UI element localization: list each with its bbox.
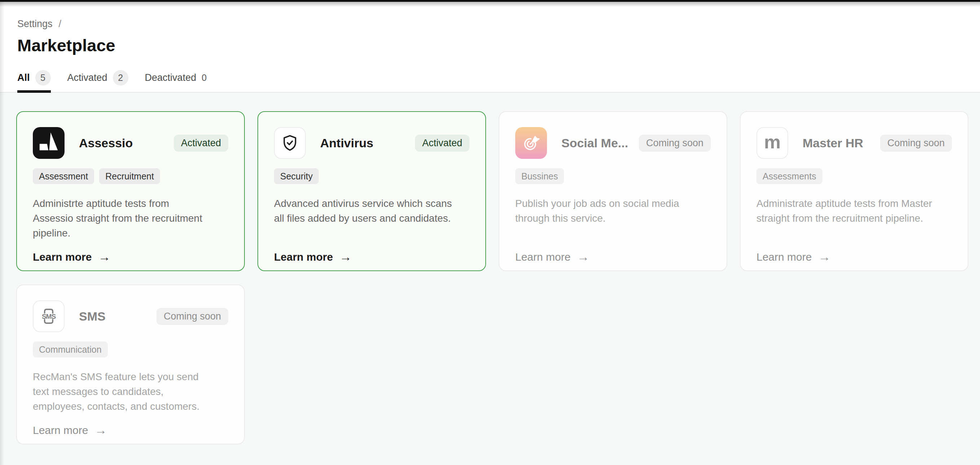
breadcrumb: Settings / xyxy=(17,18,980,30)
card-description: RecMan's SMS feature lets you send text … xyxy=(33,369,228,414)
status-badge: Activated xyxy=(174,135,228,152)
card-social-media: Social Me... Coming soon Bussines Publis… xyxy=(499,111,727,271)
tag-list: Assessments xyxy=(756,168,952,184)
status-badge: Activated xyxy=(415,135,469,152)
card-description: Administrte aptitude tests from Assessio… xyxy=(33,196,228,240)
learn-more-link[interactable]: Learn more → xyxy=(756,251,830,263)
arrow-right-icon: → xyxy=(94,424,107,436)
tab-deactivated[interactable]: Deactivated 0 xyxy=(145,70,207,92)
cards-grid: Assessio Activated Assessment Recruitmen… xyxy=(16,111,969,444)
letter-m: m xyxy=(764,133,781,151)
status-badge: Coming soon xyxy=(639,135,711,152)
status-badge: Coming soon xyxy=(156,308,228,325)
tab-deactivated-label: Deactivated xyxy=(145,72,197,83)
window-left-shadow xyxy=(0,0,4,465)
arrow-right-icon: → xyxy=(339,251,352,263)
tab-all[interactable]: All 5 xyxy=(17,70,51,92)
tag: Assessment xyxy=(33,168,94,184)
sms-phone-icon: SMS xyxy=(33,300,65,332)
card-social-media-header: Social Me... Coming soon xyxy=(515,127,711,159)
card-description: Administrate aptitude tests from Master … xyxy=(756,196,952,240)
card-antivirus-header: Antivirus Activated xyxy=(274,127,469,159)
arrow-right-icon: → xyxy=(818,251,830,263)
assessio-logo-icon xyxy=(33,127,65,159)
learn-more-link[interactable]: Learn more → xyxy=(33,251,110,263)
page-header: Settings / Marketplace xyxy=(0,0,980,56)
tab-deactivated-count-badge: 0 xyxy=(202,70,207,86)
card-master-hr: m Master HR Coming soon Assessments Admi… xyxy=(740,111,969,271)
card-antivirus: Antivirus Activated Security Advanced an… xyxy=(258,111,486,271)
learn-more-link[interactable]: Learn more → xyxy=(274,251,352,263)
tab-all-count-badge: 5 xyxy=(35,70,51,86)
breadcrumb-separator: / xyxy=(59,18,62,30)
tab-activated-label: Activated xyxy=(67,72,107,83)
card-assessio-header: Assessio Activated xyxy=(33,127,228,159)
tab-bar: All 5 Activated 2 Deactivated 0 xyxy=(0,56,980,93)
marketplace-content: Assessio Activated Assessment Recruitmen… xyxy=(0,93,980,465)
tag: Assessments xyxy=(756,168,822,184)
tag: Recruitment xyxy=(99,168,160,184)
card-master-hr-header: m Master HR Coming soon xyxy=(756,127,952,159)
card-title: Social Me... xyxy=(562,136,628,150)
card-title: Master HR xyxy=(803,136,863,150)
arrow-right-icon: → xyxy=(577,251,589,263)
arrow-right-icon: → xyxy=(98,251,110,263)
card-assessio: Assessio Activated Assessment Recruitmen… xyxy=(16,111,245,271)
card-description: Advanced antivirus service which scans a… xyxy=(274,196,469,240)
card-sms: SMS SMS Coming soon Communication RecMan… xyxy=(16,284,245,444)
campaign-target-icon xyxy=(515,127,547,159)
learn-more-link[interactable]: Learn more → xyxy=(515,251,589,263)
tag-list: Security xyxy=(274,168,469,184)
tag: Bussines xyxy=(515,168,564,184)
shield-check-icon xyxy=(274,127,306,159)
tag-list: Bussines xyxy=(515,168,711,184)
tag-list: Communication xyxy=(33,342,228,358)
page-title: Marketplace xyxy=(17,35,980,56)
card-title: Antivirus xyxy=(320,136,373,150)
card-title: Assessio xyxy=(79,136,133,150)
tag: Communication xyxy=(33,342,108,358)
tab-all-label: All xyxy=(17,72,30,83)
tag: Security xyxy=(274,168,319,184)
card-description: Publish your job ads on social media thr… xyxy=(515,196,711,240)
tab-activated[interactable]: Activated 2 xyxy=(67,70,128,92)
status-badge: Coming soon xyxy=(880,135,952,152)
learn-more-link[interactable]: Learn more → xyxy=(33,424,107,436)
tag-list: Assessment Recruitment xyxy=(33,168,228,184)
tab-activated-count-badge: 2 xyxy=(113,70,128,86)
card-sms-header: SMS SMS Coming soon xyxy=(33,300,228,332)
sms-icon-text: SMS xyxy=(42,313,56,320)
window-top-edge xyxy=(0,0,980,2)
master-hr-logo-icon: m xyxy=(756,127,788,159)
card-title: SMS xyxy=(79,309,106,323)
breadcrumb-settings-link[interactable]: Settings xyxy=(17,18,52,30)
